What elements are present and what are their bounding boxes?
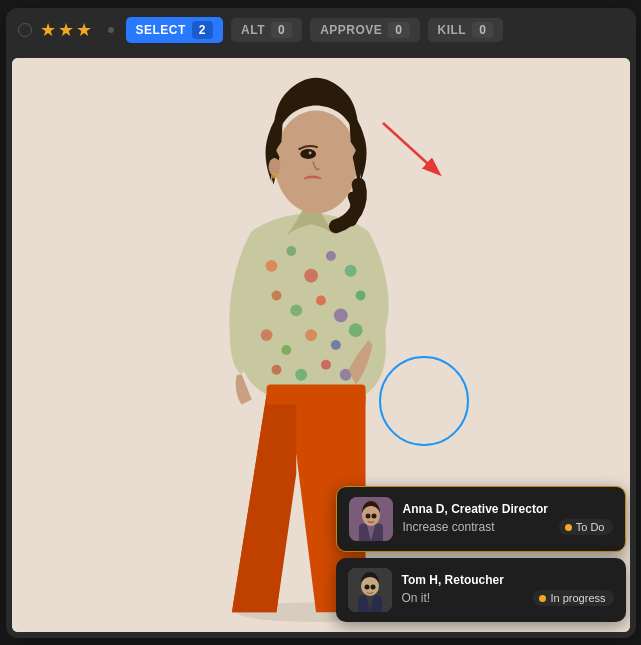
alt-label: ALT (241, 23, 265, 37)
svg-point-8 (290, 304, 302, 316)
dot-separator (108, 27, 114, 33)
comment-card-tom[interactable]: Tom H, Retoucher On it! In progress (336, 558, 626, 622)
svg-point-16 (348, 323, 362, 337)
approve-count: 0 (388, 22, 409, 38)
comment-cards: Anna D, Creative Director Increase contr… (336, 486, 626, 622)
svg-point-6 (344, 264, 356, 276)
svg-point-9 (316, 295, 326, 305)
svg-point-2 (265, 259, 277, 271)
star-3: ★ (76, 19, 92, 41)
svg-point-11 (355, 290, 365, 300)
app-container: ★ ★ ★ SELECT 2 ALT 0 APPROVE 0 KILL 0 (6, 8, 636, 638)
svg-point-26 (271, 172, 277, 178)
window-circle (18, 23, 32, 37)
svg-point-24 (308, 151, 311, 154)
comment-text-anna: Increase contrast (403, 520, 495, 534)
alt-count: 0 (271, 22, 292, 38)
approve-button[interactable]: APPROVE 0 (310, 18, 419, 42)
image-area[interactable]: Anna D, Creative Director Increase contr… (12, 58, 630, 632)
svg-point-23 (300, 149, 316, 159)
select-label: SELECT (136, 23, 186, 37)
svg-point-30 (365, 513, 370, 518)
svg-point-14 (305, 329, 317, 341)
svg-point-7 (271, 290, 281, 300)
svg-point-15 (330, 340, 340, 350)
svg-point-10 (333, 308, 347, 322)
select-count: 2 (192, 21, 213, 39)
status-badge-anna: To Do (559, 519, 613, 535)
comment-row-tom: On it! In progress (402, 590, 614, 606)
status-badge-tom: In progress (533, 590, 613, 606)
svg-point-13 (281, 344, 291, 354)
commenter-name-tom: Tom H, Retoucher (402, 573, 614, 587)
commenter-name-anna: Anna D, Creative Director (403, 502, 613, 516)
svg-point-17 (271, 364, 281, 374)
kill-label: KILL (438, 23, 467, 37)
alt-button[interactable]: ALT 0 (231, 18, 302, 42)
svg-point-19 (321, 359, 331, 369)
status-dot-tom (539, 595, 546, 602)
comment-content-tom: Tom H, Retoucher On it! In progress (402, 573, 614, 606)
star-1: ★ (40, 19, 56, 41)
comment-row-anna: Increase contrast To Do (403, 519, 613, 535)
star-rating[interactable]: ★ ★ ★ (40, 19, 92, 41)
star-2: ★ (58, 19, 74, 41)
avatar-anna (349, 497, 393, 541)
comment-text-tom: On it! (402, 591, 431, 605)
comment-content-anna: Anna D, Creative Director Increase contr… (403, 502, 613, 535)
svg-point-31 (371, 513, 376, 518)
select-button[interactable]: SELECT 2 (126, 17, 224, 43)
comment-card-anna[interactable]: Anna D, Creative Director Increase contr… (336, 486, 626, 552)
approve-label: APPROVE (320, 23, 382, 37)
svg-point-22 (274, 110, 357, 213)
svg-point-12 (260, 329, 272, 341)
toolbar: ★ ★ ★ SELECT 2 ALT 0 APPROVE 0 KILL 0 (6, 8, 636, 52)
avatar-tom (348, 568, 392, 612)
status-dot-anna (565, 524, 572, 531)
status-text-anna: To Do (576, 521, 605, 533)
kill-button[interactable]: KILL 0 (428, 18, 504, 42)
svg-rect-21 (266, 384, 365, 404)
svg-point-3 (286, 246, 296, 256)
svg-point-18 (295, 368, 307, 380)
svg-point-34 (364, 584, 369, 589)
svg-point-35 (370, 584, 375, 589)
svg-point-5 (325, 250, 335, 260)
kill-count: 0 (472, 22, 493, 38)
status-text-tom: In progress (550, 592, 605, 604)
svg-point-4 (304, 268, 318, 282)
